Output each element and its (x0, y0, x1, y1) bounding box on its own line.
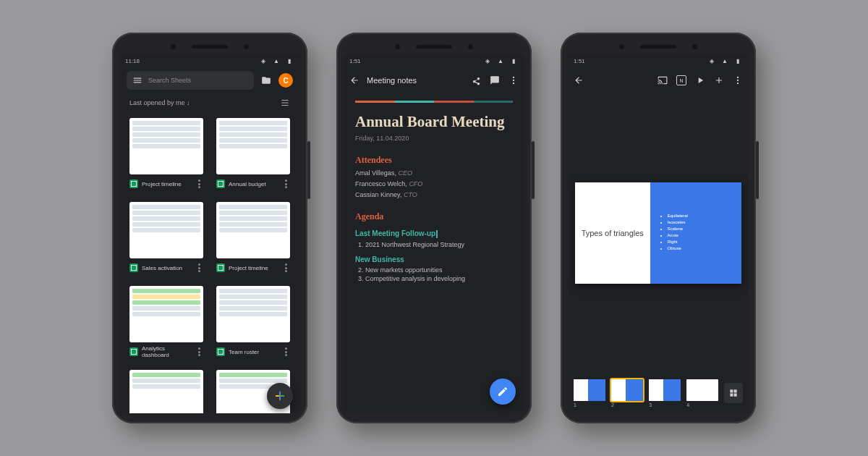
signal-icon: ▲ (720, 56, 730, 66)
sort-dropdown[interactable]: Last opened by me ↓ (129, 99, 190, 106)
doc-card[interactable]: Project timeline (129, 118, 203, 190)
document-grid: Project timeline Annual budget Sales act… (119, 112, 300, 413)
doc-card[interactable] (129, 370, 203, 413)
battery-icon: ▮ (284, 56, 294, 66)
search-placeholder: Search Sheets (148, 77, 191, 84)
ordered-list: 2021 Northwest Regional Strategy (365, 241, 513, 248)
clock: 11:18 (125, 58, 140, 64)
share-icon[interactable] (471, 75, 481, 85)
more-icon[interactable] (195, 263, 203, 272)
back-icon[interactable] (349, 75, 359, 85)
speaker-notes-icon[interactable]: N (676, 75, 686, 85)
text-cursor (436, 230, 438, 238)
signal-icon: ▲ (271, 56, 281, 66)
list-item: New markets opportunities (365, 266, 513, 274)
doc-title: Team roster (229, 349, 278, 355)
doc-title: Project timeline (142, 181, 191, 187)
bullet-item: Isosceles (668, 220, 688, 224)
doc-title: Analytics dashboard (142, 345, 191, 358)
wifi-icon: ◈ (258, 56, 268, 66)
grid-view-icon[interactable] (724, 383, 743, 403)
more-icon[interactable] (281, 347, 290, 356)
list-item: 2021 Northwest Regional Strategy (365, 241, 513, 248)
document-body[interactable]: Annual Board Meeting Friday, 11.04.2020 … (344, 93, 524, 413)
bullet-item: Acute (668, 233, 688, 237)
wifi-icon: ◈ (482, 56, 493, 66)
signal-icon: ▲ (495, 56, 506, 66)
slide-thumb[interactable]: 3 (649, 379, 681, 408)
attendee-line: Francesco Welch, CFO (355, 180, 513, 187)
filmstrip: 1 2 3 4 (568, 373, 749, 413)
battery-icon: ▮ (509, 56, 519, 66)
doc-card[interactable]: Annual budget (216, 118, 290, 190)
list-view-icon[interactable] (280, 98, 290, 108)
more-icon[interactable] (195, 180, 203, 188)
clock: 1:51 (349, 58, 361, 64)
sheets-icon (216, 263, 225, 272)
more-icon[interactable] (281, 263, 290, 272)
sub-heading: New Business (355, 256, 513, 263)
doc-title: Annual budget (229, 181, 278, 187)
svg-point-2 (513, 83, 514, 84)
menu-icon[interactable] (132, 75, 142, 85)
slide-thumb[interactable]: 1 (574, 379, 605, 408)
doc-title: Project timeline (229, 265, 278, 271)
doc-title: Sales activation (142, 265, 191, 271)
folder-icon[interactable] (261, 75, 271, 85)
sub-heading: Last Meeting Follow-up (355, 229, 513, 238)
svg-point-3 (737, 77, 739, 78)
bullet-item: Scalene (668, 227, 688, 231)
cast-icon[interactable] (658, 75, 668, 85)
bullet-item: Obtuse (668, 246, 688, 250)
list-item: Competitive analysis in developing (365, 275, 513, 282)
more-icon[interactable] (281, 180, 290, 188)
more-icon[interactable] (509, 75, 519, 85)
accent-divider (355, 101, 513, 103)
slide-canvas[interactable]: Types of triangles Equilateral Isosceles… (568, 93, 749, 373)
slide-thumb[interactable]: 4 (686, 379, 718, 408)
sheets-icon (129, 263, 138, 272)
attendee-line: Cassian Kinney, CTO (355, 191, 513, 198)
status-bar: 11:18 ◈ ▲ ▮ (119, 54, 300, 67)
bullet-item: Right (668, 240, 688, 244)
slide[interactable]: Types of triangles Equilateral Isosceles… (575, 182, 741, 284)
bullet-item: Equilateral (668, 214, 688, 218)
more-icon[interactable] (733, 75, 743, 85)
svg-point-4 (737, 80, 739, 81)
heading-1: Annual Board Meeting (355, 113, 513, 130)
document-title[interactable]: Meeting notes (367, 76, 464, 85)
svg-point-5 (737, 83, 739, 84)
wifi-icon: ◈ (707, 56, 717, 66)
new-document-fab[interactable] (267, 383, 293, 409)
doc-card[interactable]: Project timeline (216, 202, 290, 274)
section-heading: Agenda (355, 211, 513, 222)
more-icon[interactable] (195, 347, 203, 356)
avatar[interactable]: C (278, 73, 293, 88)
slide-thumb[interactable]: 2 (611, 379, 643, 408)
status-bar: 1:51 ◈ ▲ ▮ (344, 54, 524, 67)
back-icon[interactable] (574, 75, 584, 85)
search-input[interactable]: Search Sheets (127, 71, 254, 90)
date-label: Friday, 11.04.2020 (355, 135, 513, 142)
add-icon[interactable] (714, 75, 724, 85)
sheets-icon (129, 180, 138, 188)
phone-sheets: 11:18 ◈ ▲ ▮ Search Sheets C Last opened … (112, 33, 307, 423)
slide-bullets: Equilateral Isosceles Scalene Acute Righ… (668, 214, 688, 253)
doc-card[interactable]: Team roster (216, 286, 290, 358)
doc-card[interactable]: Analytics dashboard (129, 286, 203, 358)
sheets-icon (216, 347, 225, 356)
comment-icon[interactable] (490, 75, 500, 85)
attendee-line: Amal Villegas, CEO (355, 169, 513, 177)
section-heading: Attendees (355, 155, 513, 166)
phone-slides: 1:51 ◈ ▲ ▮ N (561, 33, 756, 423)
sheets-icon (129, 347, 138, 356)
edit-fab[interactable] (490, 379, 516, 405)
slide-title: Types of triangles (575, 182, 650, 284)
battery-icon: ▮ (733, 56, 743, 66)
sheets-icon (216, 180, 225, 188)
present-icon[interactable] (695, 75, 705, 85)
svg-point-1 (513, 80, 514, 81)
doc-card[interactable]: Sales activation (129, 202, 203, 274)
clock: 1:51 (574, 58, 585, 64)
phone-docs: 1:51 ◈ ▲ ▮ Meeting notes (336, 33, 532, 423)
